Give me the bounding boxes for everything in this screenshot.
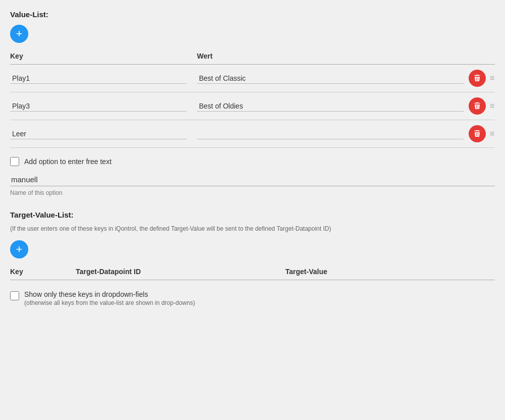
table-row: ≡ <box>10 92 495 120</box>
wert-column-header: Wert <box>197 52 495 60</box>
value-input-3[interactable] <box>197 129 464 139</box>
free-text-row: Add option to enter free text <box>10 157 495 166</box>
target-value-list-description: (If the user enters one of these keys in… <box>10 225 495 232</box>
add-value-button[interactable]: + <box>10 25 28 43</box>
table-row: ≡ <box>10 65 495 92</box>
free-text-label: Add option to enter free text <box>24 158 112 166</box>
show-keys-label: Show only these keys in dropdown-fiels <box>24 290 195 298</box>
delete-button-2[interactable] <box>469 97 486 115</box>
value-list-table-header: Key Wert <box>10 52 495 65</box>
show-keys-checkbox[interactable] <box>10 291 19 300</box>
target-dp-column-header: Target-Datapoint ID <box>76 268 285 276</box>
key-column-header: Key <box>10 52 197 60</box>
key-input-3[interactable] <box>10 129 187 139</box>
target-key-column-header: Key <box>10 268 76 276</box>
table-row: ≡ <box>10 120 495 148</box>
target-val-column-header: Target-Value <box>285 268 495 276</box>
plus-icon-2: + <box>16 244 23 255</box>
value-list-label: Value-List: <box>10 10 495 19</box>
show-keys-sublabel: (otherwise all keys from the value-list … <box>24 299 195 306</box>
plus-icon: + <box>16 28 23 39</box>
value-input-1[interactable] <box>197 73 464 84</box>
key-input-2[interactable] <box>10 101 187 112</box>
value-input-2[interactable] <box>197 101 464 112</box>
show-keys-row: Show only these keys in dropdown-fiels (… <box>10 290 495 306</box>
trash-icon <box>473 74 481 82</box>
free-text-checkbox[interactable] <box>10 157 19 166</box>
trash-icon <box>473 102 481 110</box>
drag-handle-1[interactable]: ≡ <box>490 74 495 83</box>
add-target-value-button[interactable]: + <box>10 240 28 258</box>
value-list-section: Value-List: + Key Wert ≡ ≡ <box>10 10 495 148</box>
delete-button-1[interactable] <box>469 70 486 87</box>
drag-handle-3[interactable]: ≡ <box>490 129 495 138</box>
target-value-list-section: Target-Value-List: (If the user enters o… <box>10 211 495 280</box>
show-keys-text: Show only these keys in dropdown-fiels (… <box>24 290 195 306</box>
drag-handle-2[interactable]: ≡ <box>490 101 495 111</box>
manuell-field-container: Name of this option <box>10 173 495 196</box>
trash-icon <box>473 130 481 138</box>
target-value-list-label: Target-Value-List: <box>10 211 495 219</box>
manuell-input[interactable] <box>10 173 495 186</box>
delete-button-3[interactable] <box>469 125 486 142</box>
key-input-1[interactable] <box>10 73 187 84</box>
target-table-header: Key Target-Datapoint ID Target-Value <box>10 268 495 280</box>
manuell-hint: Name of this option <box>10 189 495 196</box>
